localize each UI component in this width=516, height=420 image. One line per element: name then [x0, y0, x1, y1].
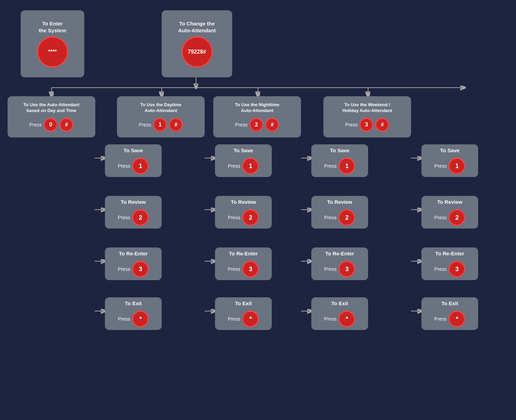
nighttime-keyhash[interactable]: # [265, 118, 279, 132]
col2-review-title: To Review [231, 199, 256, 206]
nighttime-node: To Use the NighttimeAuto-Attendant Press… [213, 96, 301, 137]
day-and-time-title: To Use the Auto-Attendantbased on Day an… [23, 102, 79, 114]
col2-exit-key[interactable]: * [242, 311, 259, 327]
col1-reenter-node: To Re-Enter Press 3 [105, 247, 162, 280]
col4-save-node: To Save Press 1 [421, 144, 478, 177]
change-auto-node: To Change the Auto-Attendant 79228# [162, 10, 232, 77]
col3-save-node: To Save Press 1 [311, 144, 368, 177]
col2-reenter-title: To Re-Enter [229, 250, 258, 257]
col3-review-title: To Review [327, 199, 352, 206]
col1-save-key[interactable]: 1 [132, 158, 149, 174]
col4-exit-title: To Exit [441, 300, 458, 307]
daytime-title: To Use the DaytimeAuto-Attendant [140, 102, 182, 114]
col2-review-key[interactable]: 2 [242, 209, 259, 226]
col4-review-node: To Review Press 2 [421, 196, 478, 229]
col2-save-node: To Save Press 1 [215, 144, 272, 177]
col2-reenter-key[interactable]: 3 [242, 261, 259, 277]
col1-exit-node: To Exit Press * [105, 297, 162, 330]
col1-reenter-title: To Re-Enter [119, 250, 148, 257]
col2-exit-title: To Exit [235, 300, 252, 307]
col2-review-node: To Review Press 2 [215, 196, 272, 229]
col3-reenter-key[interactable]: 3 [338, 261, 355, 277]
daytime-key1[interactable]: 1 [153, 118, 167, 132]
col3-exit-title: To Exit [331, 300, 348, 307]
daytime-press: Press 1 # [139, 118, 183, 132]
enter-system-button[interactable]: **** [37, 36, 68, 67]
col4-reenter-key[interactable]: 3 [449, 261, 465, 277]
col4-exit-node: To Exit Press * [421, 297, 478, 330]
col4-save-key[interactable]: 1 [449, 158, 465, 174]
press-label-1: Press [30, 122, 42, 128]
col1-review-key[interactable]: 2 [132, 209, 149, 226]
day-and-time-key0[interactable]: 0 [44, 118, 57, 132]
col1-save-title: To Save [123, 147, 143, 154]
col1-exit-key[interactable]: * [132, 311, 149, 327]
nighttime-title: To Use the NighttimeAuto-Attendant [235, 102, 279, 114]
enter-system-node: To Enter the System **** [21, 10, 84, 77]
enter-system-title: To Enter the System [39, 20, 66, 34]
daytime-keyhash[interactable]: # [169, 118, 183, 132]
nighttime-press: Press 2 # [235, 118, 279, 132]
day-and-time-node: To Use the Auto-Attendantbased on Day an… [8, 96, 95, 137]
col2-reenter-node: To Re-Enter Press 3 [215, 247, 272, 280]
col4-review-title: To Review [437, 199, 462, 206]
col3-save-key[interactable]: 1 [338, 158, 355, 174]
weekend-keyhash[interactable]: # [375, 118, 389, 132]
col1-reenter-key[interactable]: 3 [132, 261, 149, 277]
col1-review-title: To Review [121, 199, 146, 206]
change-auto-title: To Change the Auto-Attendant [178, 20, 216, 34]
col1-review-node: To Review Press 2 [105, 196, 162, 229]
day-and-time-keyhash[interactable]: # [60, 118, 73, 132]
col4-review-key[interactable]: 2 [449, 209, 465, 226]
col3-exit-node: To Exit Press * [311, 297, 368, 330]
weekend-key3[interactable]: 3 [359, 118, 373, 132]
nighttime-key2[interactable]: 2 [249, 118, 263, 132]
col4-save-title: To Save [440, 147, 459, 154]
col2-save-key[interactable]: 1 [242, 158, 259, 174]
col2-save-title: To Save [234, 147, 253, 154]
col3-review-key[interactable]: 2 [338, 209, 355, 226]
col3-reenter-title: To Re-Enter [325, 250, 354, 257]
weekend-press: Press 3 # [345, 118, 389, 132]
change-auto-button[interactable]: 79228# [182, 36, 213, 67]
day-and-time-press: Press 0 # [30, 118, 74, 132]
col3-exit-key[interactable]: * [338, 311, 355, 327]
col3-review-node: To Review Press 2 [311, 196, 368, 229]
col2-exit-node: To Exit Press * [215, 297, 272, 330]
col4-reenter-title: To Re-Enter [436, 250, 464, 257]
col3-save-title: To Save [330, 147, 349, 154]
col4-exit-key[interactable]: * [449, 311, 465, 327]
col4-reenter-node: To Re-Enter Press 3 [421, 247, 478, 280]
col1-save-node: To Save Press 1 [105, 144, 162, 177]
daytime-node: To Use the DaytimeAuto-Attendant Press 1… [117, 96, 205, 137]
weekend-title: To Use the Weekend /Holiday Auto-Attenda… [342, 102, 392, 114]
weekend-node: To Use the Weekend /Holiday Auto-Attenda… [323, 96, 411, 137]
col3-reenter-node: To Re-Enter Press 3 [311, 247, 368, 280]
col1-exit-title: To Exit [125, 300, 142, 307]
diagram: To Enter the System **** To Change the A… [0, 0, 516, 420]
